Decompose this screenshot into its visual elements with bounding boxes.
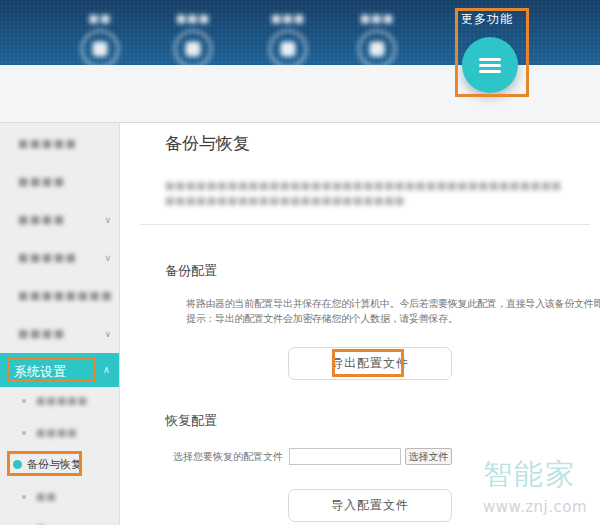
sidebar-subitem-label: ■ (36, 518, 46, 525)
sidebar-item-blurred-3[interactable]: ■■■■ ∨ (0, 209, 119, 231)
content-area: ■■■■■ ■■■■ ■■■■ ∨ ■■■■■ ∨ ■■■■■■■■ ■■■■ (0, 122, 600, 525)
sidebar-item-label: ■■■■ (18, 171, 66, 193)
nav-item-label: ■■■ (155, 12, 231, 25)
nav-icon (81, 30, 119, 68)
nav-icon (358, 30, 396, 68)
intro-text-blurred-line1: ■■■■■■■■■■■■■■■■■■■■■■■■■■■■■■■■■■■■■■ (165, 180, 583, 191)
nav-icon (269, 30, 307, 68)
bullet-icon (22, 495, 26, 499)
backup-desc-line1: 将路由器的当前配置导出并保存在您的计算机中。今后若需要恢复此配置，直接导入该备份… (186, 297, 600, 311)
restore-section-heading: 恢复配置 (165, 412, 217, 430)
sidebar-item-blurred-1[interactable]: ■■■■■ (0, 133, 119, 155)
choose-file-button[interactable]: 选择文件 (405, 448, 452, 465)
bullet-icon (22, 431, 26, 435)
sidebar-subitem-blurred-1[interactable]: ■■■■■ (0, 390, 119, 412)
nav-item-3[interactable]: ■■■ (250, 12, 326, 68)
sidebar-item-label: ■■■■■ (18, 133, 77, 155)
page-title: 备份与恢复 (165, 132, 250, 155)
main-panel: 备份与恢复 ■■■■■■■■■■■■■■■■■■■■■■■■■■■■■■■■■■… (120, 123, 600, 525)
nav-item-label: ■■■ (339, 12, 415, 25)
sidebar-item-blurred-4[interactable]: ■■■■■ ∨ (0, 247, 119, 269)
nav-item-4[interactable]: ■■■ (339, 12, 415, 68)
nav-item-label: ■■ (62, 12, 138, 25)
sidebar-subitem-backup-restore[interactable]: 备份与恢复 (0, 454, 119, 476)
import-config-button[interactable]: 导入配置文件 (288, 489, 452, 522)
sidebar-item-blurred-2[interactable]: ■■■■ (0, 171, 119, 193)
sidebar-subitem-blurred-3[interactable]: ■■ (0, 486, 119, 508)
sidebar-item-label: ■■■■■■■■ (18, 285, 113, 307)
sidebar-item-blurred-6[interactable]: ■■■■ ∨ (0, 323, 119, 345)
more-functions-button[interactable] (462, 37, 518, 93)
more-functions-label: 更多功能 (461, 11, 513, 28)
sidebar-subitem-label: ■■■■■ (36, 390, 88, 412)
active-bullet-icon (13, 460, 22, 469)
chevron-down-icon: ∨ (104, 209, 111, 231)
nav-item-2[interactable]: ■■■ (155, 12, 231, 68)
export-config-button[interactable]: 导出配置文件 (288, 347, 452, 380)
chevron-down-icon: ∨ (104, 323, 111, 345)
sidebar-item-label: ■■■■ (18, 323, 66, 345)
nav-item-label: ■■■ (250, 12, 326, 25)
nav-icon (174, 30, 212, 68)
sidebar-item-system-settings[interactable]: 系统设置 ∧ (0, 353, 119, 387)
chevron-down-icon: ∨ (104, 247, 111, 269)
sidebar-subitem-blurred-2[interactable]: ■■■■ (0, 422, 119, 444)
nav-item-1[interactable]: ■■ (62, 12, 138, 68)
backup-desc-line2: 提示：导出的配置文件会加密存储您的个人数据，请妥善保存。 (186, 312, 458, 326)
sidebar-subitem-blurred-4[interactable]: ■ (0, 518, 119, 525)
section-divider (140, 224, 590, 225)
sidebar-item-label: ■■■■ (18, 209, 66, 231)
backup-section-heading: 备份配置 (165, 262, 217, 280)
sidebar-subitem-label: ■■■■ (36, 422, 78, 444)
bullet-icon (22, 399, 26, 403)
restore-file-input[interactable] (289, 448, 401, 465)
chevron-up-icon: ∧ (103, 364, 110, 375)
sidebar-item-label: 系统设置 (14, 363, 66, 381)
router-admin-page: ■■ ■■■ ■■■ ■■■ 更多功能 ■■■■■ (0, 0, 600, 525)
intro-text-blurred-line2: ■■■■■■■■■■■■■■■■■■■■■■■ (165, 195, 421, 206)
sidebar-item-label: ■■■■■ (18, 247, 77, 269)
sidebar-subitem-label: ■■ (36, 486, 57, 508)
sidebar-item-blurred-5[interactable]: ■■■■■■■■ (0, 285, 119, 307)
sidebar-subitem-label: 备份与恢复 (27, 454, 82, 476)
sidebar-menu: ■■■■■ ■■■■ ■■■■ ∨ ■■■■■ ∨ ■■■■■■■■ ■■■■ (0, 123, 120, 525)
restore-file-label: 选择您要恢复的配置文件 (160, 450, 283, 464)
